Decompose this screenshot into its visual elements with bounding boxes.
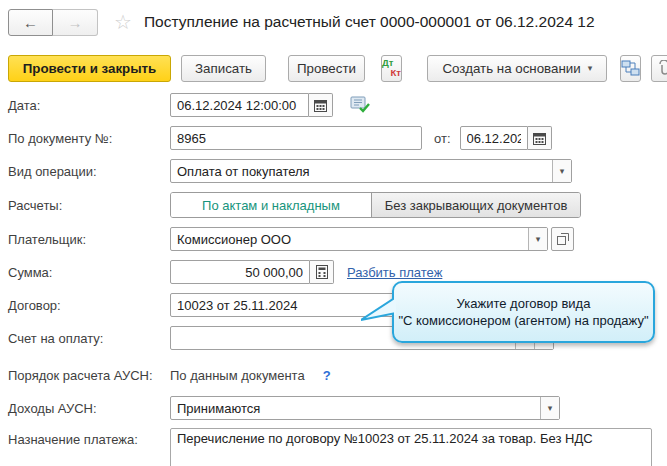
receipt-document-window: ← → ☆ Поступление на расчетный счет 0000… [0,0,667,466]
toolbar: Провести и закрыть Записать Провести Дт … [8,54,667,82]
favorite-star-icon[interactable]: ☆ [114,12,132,32]
help-icon[interactable]: ? [323,368,331,383]
payer-select[interactable]: Комиссионер ООО ▾ [170,227,548,251]
amount-calculator-button[interactable] [310,260,334,284]
payer-label: Плательщик: [8,232,170,247]
payment-purpose-textarea[interactable]: Перечисление по договору №10023 от 25.11… [170,428,652,466]
doc-number-row: По документу №: от: [8,126,667,150]
ausn-income-select[interactable]: Принимаются ▾ [170,396,560,420]
forward-arrow-icon: → [68,14,83,31]
attachments-button[interactable] [651,55,667,82]
split-payment-link[interactable]: Разбить платеж [347,265,442,280]
calendar-icon [314,99,327,112]
title-bar: ← → ☆ Поступление на расчетный счет 0000… [8,8,667,36]
date-input-group [170,93,333,117]
save-button[interactable]: Записать [181,55,266,82]
document-form: Дата: По документу №: [8,93,667,466]
create-based-on-label: Создать на основании [442,61,580,76]
doc-date-group [460,126,552,150]
amount-group [170,260,334,284]
operation-type-label: Вид операции: [8,164,170,179]
contract-label: Договор: [8,298,170,313]
post-and-close-button[interactable]: Провести и закрыть [8,55,171,82]
open-link-icon [557,233,569,245]
calendar-icon [533,132,546,145]
kt-label: Кт [390,68,400,78]
back-arrow-icon: ← [23,14,38,31]
chevron-down-icon[interactable]: ▾ [528,228,547,250]
date-calendar-button[interactable] [309,93,333,117]
tooltip-line2: "С комиссионером (агентом) на продажу" [398,312,648,329]
paperclip-icon [656,60,667,76]
tooltip-line1: Укажите договор вида [457,295,591,312]
ausn-order-value: По данным документа [170,368,305,383]
calculator-icon [316,265,328,279]
date-row: Дата: [8,93,667,117]
back-button[interactable]: ← [8,9,53,36]
payer-row: Плательщик: Комиссионер ООО ▾ [8,227,667,251]
ausn-order-row: Порядок расчета АУСН: По данным документ… [8,366,667,384]
ausn-income-value: Принимаются [171,397,540,419]
payer-value: Комиссионер ООО [171,228,528,250]
doc-date-input[interactable] [460,126,528,150]
tooltip-arrow [361,296,396,326]
invoice-label: Счет на оплату: [8,331,170,346]
structure-icon [621,59,640,77]
amount-input[interactable] [170,260,310,284]
forward-button[interactable]: → [53,9,98,36]
payment-purpose-label: Назначение платежа: [8,428,170,448]
document-posted-icon [350,96,370,114]
payer-open-button[interactable] [551,227,574,251]
ausn-income-row: Доходы АУСН: Принимаются ▾ [8,396,667,420]
dtkt-postings-button[interactable]: Дт Кт [381,55,402,82]
settlements-toggle: По актам и накладным Без закрывающих док… [170,192,581,218]
settlements-row: Расчеты: По актам и накладным Без закрыв… [8,192,667,218]
page-title: Поступление на расчетный счет 0000-00000… [144,13,595,31]
contract-hint-tooltip: Укажите договор вида "С комиссионером (а… [392,281,655,343]
settlements-label: Расчеты: [8,198,170,213]
ausn-income-label: Доходы АУСН: [8,401,170,416]
settlements-option-no-docs[interactable]: Без закрывающих документов [371,193,580,217]
doc-date-calendar-button[interactable] [528,126,552,150]
payment-purpose-row: Назначение платежа: Перечисление по дого… [8,428,667,466]
date-label: Дата: [8,98,170,113]
amount-label: Сумма: [8,265,170,280]
post-button[interactable]: Провести [288,55,365,82]
chevron-down-icon: ▾ [588,63,593,73]
doc-number-input[interactable] [170,126,422,150]
operation-type-row: Вид операции: Оплата от покупателя ▾ [8,159,667,183]
doc-number-label: По документу №: [8,131,170,146]
chevron-down-icon[interactable]: ▾ [540,397,559,419]
history-nav: ← → [8,9,98,36]
operation-type-value: Оплата от покупателя [171,160,552,182]
operation-type-select[interactable]: Оплата от покупателя ▾ [170,159,572,183]
doc-from-label: от: [434,131,451,146]
settlements-option-by-acts[interactable]: По актам и накладным [171,193,371,217]
date-input[interactable] [170,93,309,117]
chevron-down-icon[interactable]: ▾ [552,160,571,182]
document-structure-button[interactable] [620,55,641,82]
create-based-on-button[interactable]: Создать на основании ▾ [427,55,607,82]
ausn-order-label: Порядок расчета АУСН: [8,368,170,383]
